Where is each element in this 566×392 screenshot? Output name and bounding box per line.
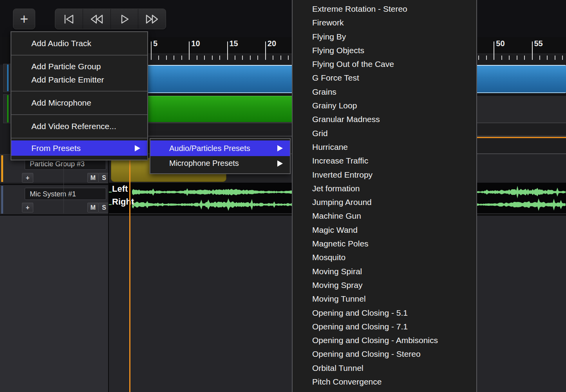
menu-item-label: Add Audio Track bbox=[31, 39, 91, 48]
preset-item-g-force-test[interactable]: G Force Test bbox=[293, 71, 476, 85]
add-track-button[interactable]: + bbox=[13, 9, 35, 29]
preset-item-flying-by[interactable]: Flying By bbox=[293, 30, 476, 43]
ruler-minor-tick bbox=[174, 56, 174, 60]
channel-label-left: Left bbox=[112, 184, 128, 194]
rewind-button[interactable] bbox=[83, 9, 111, 29]
ruler-minor-tick bbox=[280, 56, 281, 60]
ruler-tick-label: 55 bbox=[534, 39, 543, 48]
preset-item-moving-spiral[interactable]: Moving Spiral bbox=[293, 264, 476, 278]
preset-item-pitch-convergence[interactable]: Pitch Convergence bbox=[293, 375, 476, 388]
submenu-arrow-icon bbox=[277, 160, 283, 167]
ruler-minor-tick bbox=[235, 56, 235, 60]
ruler-minor-tick bbox=[257, 56, 258, 60]
ruler-minor-tick bbox=[158, 56, 159, 60]
ruler-minor-tick bbox=[547, 56, 548, 60]
ruler-minor-tick bbox=[524, 56, 525, 60]
skip-to-start-button[interactable] bbox=[55, 9, 83, 29]
ruler-minor-tick bbox=[478, 56, 479, 60]
rewind-icon bbox=[90, 14, 104, 25]
preset-item-opening-and-closing-stereo[interactable]: Opening and Closing - Stereo bbox=[293, 347, 476, 361]
submenu-arrow-icon bbox=[135, 145, 140, 151]
preset-item-jet-formation[interactable]: Jet formation bbox=[293, 182, 476, 195]
ruler-tick-label: 15 bbox=[230, 39, 238, 48]
preset-item-grains[interactable]: Grains bbox=[293, 85, 476, 99]
menu-item-add-particle-group[interactable]: Add Particle Group bbox=[11, 60, 147, 73]
menu-item-label: Add Particle Group bbox=[31, 62, 101, 71]
track2-color-indicator[interactable] bbox=[3, 94, 11, 123]
track1-color-bar bbox=[7, 65, 9, 91]
preset-item-increase-traffic[interactable]: Increase Traffic bbox=[293, 154, 476, 167]
from-presets-submenu: Audio/Particles PresetsMicrophone Preset… bbox=[150, 138, 291, 174]
menu-section: Add Particle GroupAdd Particle Emitter bbox=[11, 56, 147, 91]
ruler-minor-tick bbox=[562, 56, 563, 60]
ruler-minor-tick bbox=[250, 56, 251, 60]
mic-system-name-field[interactable]: Mic System #1 bbox=[25, 188, 106, 200]
preset-item-jumping-around[interactable]: Jumping Around bbox=[293, 195, 476, 209]
track1-color-indicator[interactable] bbox=[3, 64, 11, 92]
play-icon bbox=[118, 14, 130, 25]
preset-item-pitch-madness[interactable]: Pitch Madness bbox=[293, 388, 476, 392]
channel-label-right: Right bbox=[112, 197, 134, 207]
ruler-minor-tick bbox=[242, 56, 243, 60]
preset-item-moving-spray[interactable]: Moving Spray bbox=[293, 278, 476, 292]
play-button[interactable] bbox=[111, 9, 139, 29]
menu-item-label: Add Video Reference... bbox=[31, 122, 116, 131]
ruler-minor-tick bbox=[273, 56, 273, 60]
menu-item-label: Add Microphone bbox=[31, 98, 91, 107]
mic-system-track-header: Mic System #1 + M S bbox=[0, 184, 108, 214]
preset-item-orbital-tunnel[interactable]: Orbital Tunnel bbox=[293, 361, 476, 375]
menu-item-from-presets[interactable]: From Presets bbox=[11, 140, 147, 156]
preset-item-firework[interactable]: Firework bbox=[293, 16, 476, 29]
preset-item-granular-madness[interactable]: Granular Madness bbox=[293, 112, 476, 126]
menu-item-add-video-reference[interactable]: Add Video Reference... bbox=[11, 120, 147, 133]
submenu-item-microphone-presets[interactable]: Microphone Presets bbox=[150, 156, 290, 171]
mic-mute-button[interactable]: M bbox=[87, 203, 99, 212]
preset-item-inverted-entropy[interactable]: Inverted Entropy bbox=[293, 168, 476, 182]
preset-item-flying-objects[interactable]: Flying Objects bbox=[293, 43, 476, 57]
preset-item-hurricane[interactable]: Hurricane bbox=[293, 140, 476, 154]
preset-item-opening-and-closing-5-1[interactable]: Opening and Closing - 5.1 bbox=[293, 306, 476, 320]
header-column-divider bbox=[63, 154, 64, 213]
particle-track-color-strip bbox=[1, 155, 3, 182]
transport-controls bbox=[55, 9, 166, 29]
mic-add-button[interactable]: + bbox=[22, 203, 33, 212]
menu-item-label: From Presets bbox=[31, 144, 81, 153]
submenu-arrow-icon bbox=[277, 145, 283, 151]
preset-item-machine-gun[interactable]: Machine Gun bbox=[293, 209, 476, 223]
ruler-minor-tick bbox=[509, 56, 510, 60]
preset-item-moving-tunnel[interactable]: Moving Tunnel bbox=[293, 292, 476, 306]
ruler-major-tick bbox=[189, 41, 190, 60]
menu-section: From Presets bbox=[11, 138, 147, 160]
ruler-minor-tick bbox=[212, 56, 213, 60]
menu-item-add-particle-emitter[interactable]: Add Particle Emitter bbox=[11, 73, 147, 86]
automation-line[interactable] bbox=[477, 137, 566, 138]
ruler-minor-tick bbox=[166, 56, 167, 60]
ruler-tick-label: 50 bbox=[496, 39, 505, 48]
ruler-tick-label: 10 bbox=[191, 39, 200, 48]
header-panel-lower-area bbox=[0, 214, 108, 392]
preset-item-extreme-rotation-stereo[interactable]: Extreme Rotation - Stereo bbox=[293, 2, 476, 16]
ruler-minor-tick bbox=[517, 56, 517, 60]
preset-item-magnetic-poles[interactable]: Magnetic Poles bbox=[293, 237, 476, 250]
preset-item-mosquito[interactable]: Mosquito bbox=[293, 250, 476, 264]
ruler-major-tick bbox=[494, 41, 494, 60]
preset-item-opening-and-closing-ambisonics[interactable]: Opening and Closing - Ambisonics bbox=[293, 333, 476, 347]
menu-section: Add Video Reference... bbox=[11, 115, 147, 138]
menu-item-add-audio-track[interactable]: Add Audio Track bbox=[11, 37, 147, 50]
fast-forward-button[interactable] bbox=[138, 9, 166, 29]
ruler-minor-tick bbox=[204, 56, 205, 60]
skip-to-start-icon bbox=[62, 14, 76, 25]
preset-list-panel: Extreme Rotation - StereoFireworkFlying … bbox=[292, 0, 477, 392]
preset-item-grid[interactable]: Grid bbox=[293, 126, 476, 140]
fast-forward-icon bbox=[145, 14, 159, 25]
ruler-minor-tick bbox=[181, 56, 182, 60]
ruler-minor-tick bbox=[501, 56, 502, 60]
menu-item-add-microphone[interactable]: Add Microphone bbox=[11, 96, 147, 110]
particle-add-button[interactable]: + bbox=[22, 173, 33, 183]
preset-item-grainy-loop[interactable]: Grainy Loop bbox=[293, 99, 476, 112]
preset-item-magic-wand[interactable]: Magic Wand bbox=[293, 223, 476, 237]
submenu-item-audio-particles-presets[interactable]: Audio/Particles Presets bbox=[150, 140, 290, 156]
particle-mute-button[interactable]: M bbox=[87, 173, 99, 183]
preset-item-flying-out-of-the-cave[interactable]: Flying Out of the Cave bbox=[293, 57, 476, 71]
preset-item-opening-and-closing-7-1[interactable]: Opening and Closing - 7.1 bbox=[293, 320, 476, 333]
